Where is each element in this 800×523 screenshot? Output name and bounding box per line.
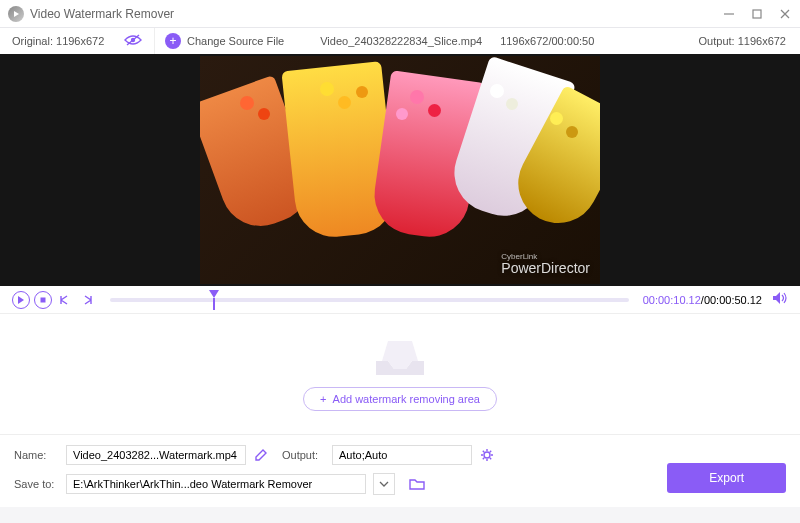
video-preview-area: CyberLink PowerDirector [0, 54, 800, 286]
preview-visibility-icon[interactable] [124, 34, 142, 48]
source-dimensions: 1196x672/00:00:50 [500, 35, 594, 47]
close-button[interactable] [778, 7, 792, 21]
svg-rect-1 [753, 10, 761, 18]
export-button[interactable]: Export [667, 463, 786, 493]
edit-name-button[interactable] [254, 448, 268, 462]
app-logo-icon [8, 6, 24, 22]
time-display: 00:00:10.12/00:00:50.12 [643, 294, 762, 306]
add-watermark-area-button[interactable]: + Add watermark removing area [303, 387, 497, 411]
inbox-icon [370, 337, 430, 377]
original-size-label: Original: 1196x672 [12, 35, 104, 47]
output-settings-button[interactable] [480, 448, 494, 462]
watermark-sub: CyberLink [501, 255, 590, 260]
info-bar: Original: 1196x672 + Change Source File … [0, 28, 800, 54]
name-field[interactable] [66, 445, 246, 465]
save-path-dropdown[interactable] [373, 473, 395, 495]
volume-button[interactable] [772, 291, 788, 309]
watermark-drop-area: + Add watermark removing area [0, 314, 800, 434]
save-to-label: Save to: [14, 478, 58, 490]
watermark-overlay: CyberLink PowerDirector [501, 255, 590, 276]
titlebar: Video Watermark Remover [0, 0, 800, 28]
add-watermark-area-label: Add watermark removing area [333, 393, 480, 405]
change-source-button[interactable]: + Change Source File [155, 33, 294, 49]
svg-rect-6 [41, 297, 46, 302]
video-frame[interactable]: CyberLink PowerDirector [200, 56, 600, 284]
playhead-icon[interactable] [209, 290, 219, 298]
mark-out-button[interactable] [78, 291, 96, 309]
app-title: Video Watermark Remover [30, 7, 722, 21]
plus-icon: + [165, 33, 181, 49]
playback-controls: 00:00:10.12/00:00:50.12 [0, 286, 800, 314]
source-filename: Video_240328222834_Slice.mp4 [320, 35, 482, 47]
change-source-label: Change Source File [187, 35, 284, 47]
svg-point-7 [484, 452, 490, 458]
bottom-panel: Name: Output: Save to: Export [0, 434, 800, 507]
output-field[interactable] [332, 445, 472, 465]
save-path-field[interactable] [66, 474, 366, 494]
plus-icon: + [320, 393, 326, 405]
name-label: Name: [14, 449, 58, 461]
maximize-button[interactable] [750, 7, 764, 21]
output-size-label: Output: 1196x672 [699, 35, 786, 47]
minimize-button[interactable] [722, 7, 736, 21]
output-label: Output: [282, 449, 324, 461]
timeline-slider[interactable] [110, 298, 629, 302]
watermark-brand: PowerDirector [501, 260, 590, 276]
stop-button[interactable] [34, 291, 52, 309]
mark-in-button[interactable] [56, 291, 74, 309]
current-time: 00:00:10.12 [643, 294, 701, 306]
total-time: 00:00:50.12 [704, 294, 762, 306]
play-button[interactable] [12, 291, 30, 309]
open-folder-button[interactable] [409, 477, 425, 491]
